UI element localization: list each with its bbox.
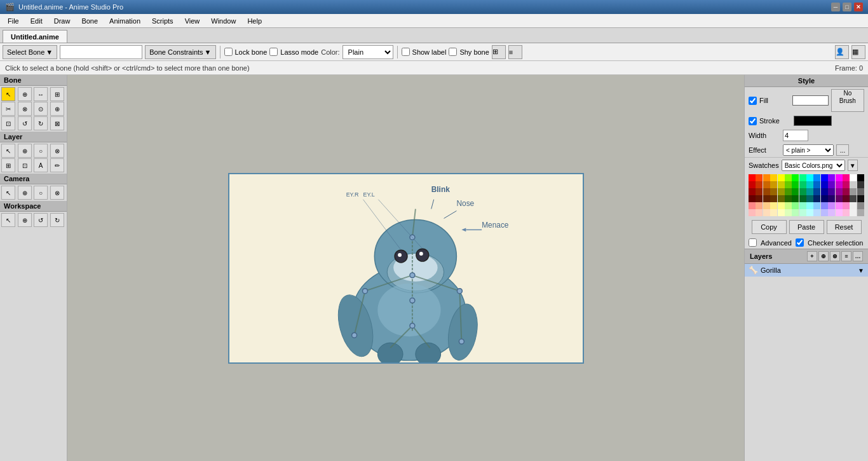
fill-checkbox[interactable] — [749, 97, 757, 105]
color-cell-53[interactable] — [785, 195, 792, 202]
maximize-button[interactable]: □ — [843, 3, 851, 11]
icon-btn-2[interactable]: ≡ — [508, 45, 522, 59]
color-cell-30[interactable] — [850, 181, 857, 188]
checker-checkbox[interactable] — [796, 238, 804, 247]
bone-constraints-btn[interactable]: Bone Constraints ▼ — [145, 45, 215, 59]
color-cell-59[interactable] — [828, 195, 835, 202]
color-cell-45[interactable] — [843, 188, 850, 195]
color-cell-24[interactable] — [806, 181, 813, 188]
color-cell-11[interactable] — [828, 174, 835, 181]
color-cell-80[interactable] — [749, 209, 756, 216]
layer-del-btn[interactable]: ⊗ — [830, 251, 840, 261]
color-cell-87[interactable] — [799, 209, 806, 216]
color-cell-19[interactable] — [770, 181, 777, 188]
color-cell-18[interactable] — [763, 181, 770, 188]
workspace-ccw-tool[interactable]: ↺ — [34, 213, 48, 227]
width-input[interactable]: 4 — [783, 130, 808, 141]
main-tab[interactable]: Untitled.anime — [3, 30, 67, 43]
workspace-section-header[interactable]: Workspace — [0, 201, 67, 212]
color-cell-29[interactable] — [843, 181, 850, 188]
color-cell-17[interactable] — [756, 181, 763, 188]
layer-select-tool[interactable]: ↖ — [1, 144, 15, 158]
swatches-select[interactable]: Basic Colors.png — [782, 160, 845, 171]
paste-btn[interactable]: Paste — [789, 220, 824, 234]
color-cell-3[interactable] — [770, 174, 777, 181]
color-cell-20[interactable] — [778, 181, 785, 188]
color-cell-77[interactable] — [843, 202, 850, 209]
camera-select-tool[interactable]: ↖ — [1, 186, 15, 200]
menu-animation[interactable]: Animation — [104, 16, 146, 26]
effect-options-btn[interactable]: ... — [836, 144, 849, 156]
color-cell-35[interactable] — [770, 188, 777, 195]
bone-select-tool[interactable]: ↖ — [1, 87, 15, 101]
color-cell-67[interactable] — [770, 202, 777, 209]
color-cell-14[interactable] — [850, 174, 857, 181]
color-cell-23[interactable] — [799, 181, 806, 188]
effect-select[interactable]: < plain > — [783, 144, 834, 156]
color-cell-56[interactable] — [806, 195, 813, 202]
show-label-checkbox[interactable] — [402, 48, 410, 56]
view-btn[interactable]: ▦ — [851, 45, 865, 59]
user-btn[interactable]: 👤 — [835, 45, 849, 59]
color-cell-5[interactable] — [785, 174, 792, 181]
bone-ccw-tool[interactable]: ↺ — [18, 116, 32, 130]
color-mode-select[interactable]: Plain — [342, 45, 393, 59]
color-cell-69[interactable] — [785, 202, 792, 209]
color-cell-10[interactable] — [821, 174, 828, 181]
color-cell-27[interactable] — [828, 181, 835, 188]
color-cell-1[interactable] — [756, 174, 763, 181]
color-cell-36[interactable] — [778, 188, 785, 195]
color-cell-72[interactable] — [806, 202, 813, 209]
color-cell-62[interactable] — [850, 195, 857, 202]
color-cell-52[interactable] — [778, 195, 785, 202]
color-cell-70[interactable] — [792, 202, 799, 209]
color-cell-32[interactable] — [749, 188, 756, 195]
color-cell-84[interactable] — [778, 209, 785, 216]
bone-name-input[interactable] — [60, 45, 142, 59]
color-cell-21[interactable] — [785, 181, 792, 188]
color-cell-54[interactable] — [792, 195, 799, 202]
bone-cut-tool[interactable]: ✂ — [1, 102, 15, 116]
layer-extra-btn[interactable]: … — [853, 251, 863, 261]
color-cell-86[interactable] — [792, 209, 799, 216]
color-cell-78[interactable] — [850, 202, 857, 209]
color-cell-28[interactable] — [836, 181, 843, 188]
shy-bone-checkbox[interactable] — [449, 48, 457, 56]
bone-remap-tool[interactable]: ⊡ — [1, 116, 15, 130]
menu-view[interactable]: View — [180, 16, 205, 26]
color-cell-38[interactable] — [792, 188, 799, 195]
menu-edit[interactable]: Edit — [25, 16, 48, 26]
color-cell-63[interactable] — [857, 195, 864, 202]
layer-dup-btn[interactable]: ⊕ — [818, 251, 829, 261]
color-cell-71[interactable] — [799, 202, 806, 209]
color-cell-31[interactable] — [857, 181, 864, 188]
minimize-button[interactable]: ─ — [831, 3, 840, 11]
fill-color-swatch[interactable] — [792, 95, 829, 106]
gorilla-layer[interactable]: 🦴 Gorilla ▼ — [745, 264, 868, 277]
color-cell-8[interactable] — [806, 174, 813, 181]
workspace-zoom-tool[interactable]: ⊕ — [18, 213, 32, 227]
layer-grid-tool[interactable]: ⊞ — [1, 158, 15, 172]
bone-rotate-tool[interactable]: ⊙ — [34, 102, 48, 116]
color-cell-42[interactable] — [821, 188, 828, 195]
layer-section-header[interactable]: Layer — [0, 132, 67, 142]
color-cell-46[interactable] — [850, 188, 857, 195]
color-cell-94[interactable] — [850, 209, 857, 216]
color-cell-61[interactable] — [843, 195, 850, 202]
close-button[interactable]: ✕ — [854, 3, 863, 11]
color-cell-37[interactable] — [785, 188, 792, 195]
color-cell-88[interactable] — [806, 209, 813, 216]
bone-pin-tool[interactable]: ⊕ — [50, 102, 64, 116]
menu-window[interactable]: Window — [206, 16, 241, 26]
color-cell-68[interactable] — [778, 202, 785, 209]
menu-bone[interactable]: Bone — [76, 16, 103, 26]
color-cell-73[interactable] — [813, 202, 820, 209]
color-cell-76[interactable] — [836, 202, 843, 209]
menu-scripts[interactable]: Scripts — [147, 16, 179, 26]
color-cell-55[interactable] — [799, 195, 806, 202]
color-cell-57[interactable] — [813, 195, 820, 202]
color-cell-2[interactable] — [763, 174, 770, 181]
color-cell-91[interactable] — [828, 209, 835, 216]
stroke-color-swatch[interactable] — [794, 116, 832, 126]
color-cell-58[interactable] — [821, 195, 828, 202]
